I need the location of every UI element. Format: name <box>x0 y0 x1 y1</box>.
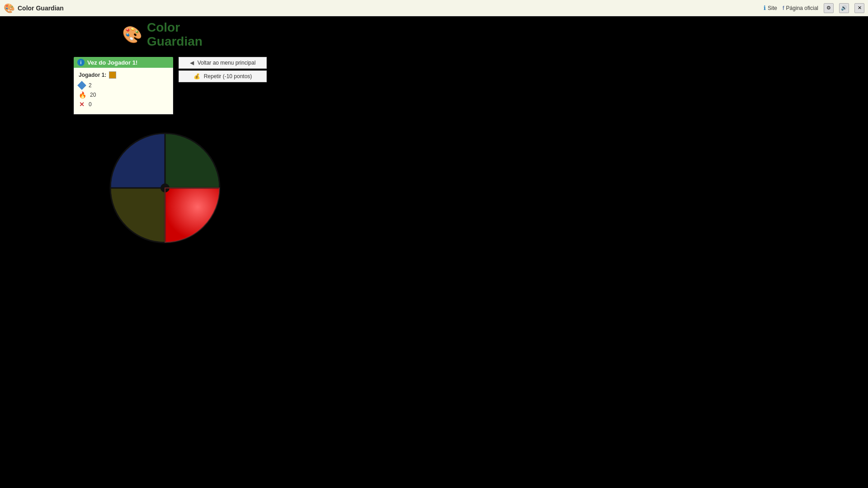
arrow-icon: ◀ <box>190 60 194 66</box>
main-content: 🎨 Color Guardian i Vez do Jogador 1! Jog… <box>0 16 868 488</box>
topbar-title: Color Guardian <box>18 5 64 12</box>
coin-icon: 💰 <box>193 73 200 80</box>
topbar-right: ℹ Site f Página oficial ⚙ 🔊 ✕ <box>764 3 864 13</box>
segment-dark-olive[interactable] <box>111 188 165 242</box>
diamond-icon <box>77 81 86 90</box>
logo-splash-icon: 🎨 <box>122 25 142 44</box>
topbar-settings-btn[interactable]: ⚙ <box>824 3 834 13</box>
color-wheel[interactable] <box>97 120 233 256</box>
info-panel: i Vez do Jogador 1! Jogador 1: 2 🔥 20 ✕ … <box>74 57 173 114</box>
segment-dark-green[interactable] <box>165 134 219 188</box>
stat-x-value: 0 <box>89 101 92 108</box>
info-body: Jogador 1: 2 🔥 20 ✕ 0 <box>74 68 173 114</box>
info-header: i Vez do Jogador 1! <box>74 57 173 68</box>
stat-x-row: ✕ 0 <box>79 101 168 108</box>
logo-line1: Color <box>147 21 203 35</box>
topbar-left: 🎨 Color Guardian <box>4 3 64 14</box>
repeat-button[interactable]: 💰 Repetir (-10 pontos) <box>179 70 267 82</box>
segment-dark-blue[interactable] <box>111 134 165 188</box>
stat-diamond-row: 2 <box>79 82 168 89</box>
repeat-label: Repetir (-10 pontos) <box>204 73 252 80</box>
topbar-sound-btn[interactable]: 🔊 <box>839 3 849 13</box>
info-icon-topbar: ℹ <box>764 5 766 11</box>
stat-fire-row: 🔥 20 <box>79 91 168 99</box>
player-name-label: Jogador 1: <box>79 72 106 78</box>
topbar: 🎨 Color Guardian ℹ Site f Página oficial… <box>0 0 868 16</box>
wheel-svg <box>97 120 233 256</box>
right-buttons: ◀ Voltar ao menu principal 💰 Repetir (-1… <box>179 57 267 82</box>
info-icon: i <box>77 59 85 66</box>
player-name-row: Jogador 1: <box>79 71 168 79</box>
page-link[interactable]: f Página oficial <box>783 5 818 11</box>
facebook-icon: f <box>783 5 784 11</box>
segment-red[interactable] <box>165 188 219 242</box>
turn-label: Vez do Jogador 1! <box>87 59 137 66</box>
topbar-close-btn[interactable]: ✕ <box>854 3 864 13</box>
stat-diamond-value: 2 <box>89 82 92 89</box>
main-menu-button[interactable]: ◀ Voltar ao menu principal <box>179 57 267 69</box>
fire-icon: 🔥 <box>79 91 86 99</box>
logo-line2: Guardian <box>147 35 203 49</box>
site-link[interactable]: ℹ Site <box>764 5 777 11</box>
player-color-box <box>109 71 116 79</box>
logo-text: Color Guardian <box>147 21 203 49</box>
x-icon: ✕ <box>79 101 85 108</box>
stat-fire-value: 20 <box>90 92 96 98</box>
logo-area: 🎨 Color Guardian <box>122 21 203 49</box>
topbar-logo-icon: 🎨 <box>4 3 15 14</box>
main-menu-label: Voltar ao menu principal <box>198 60 256 66</box>
